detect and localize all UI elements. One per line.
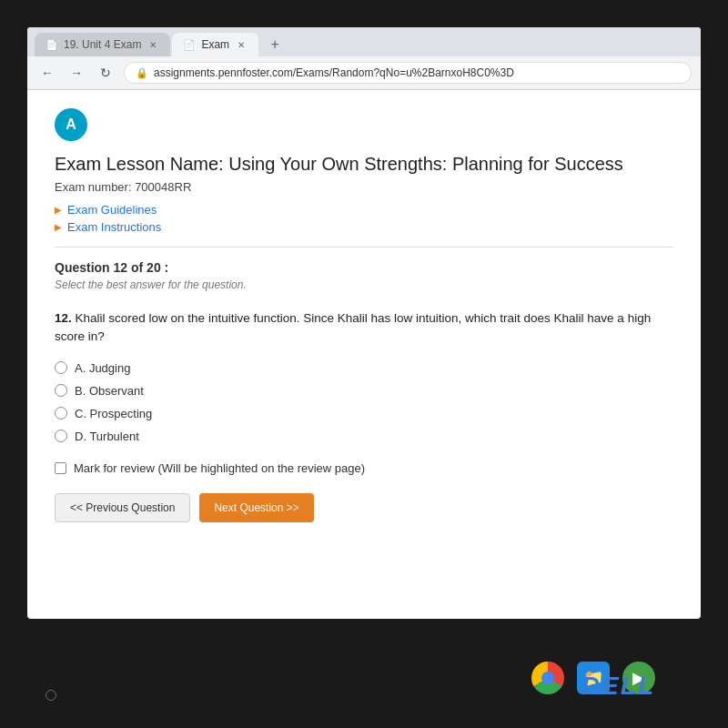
tab-bar: 📄 19. Unit 4 Exam ✕ 📄 Exam ✕ + — [27, 27, 701, 56]
mark-review-checkbox[interactable] — [55, 462, 66, 474]
divider — [55, 247, 673, 248]
chrome-center — [541, 672, 554, 684]
option-b-label: B. Observant — [75, 384, 144, 398]
option-a-label: A. Judging — [75, 361, 130, 375]
question-counter: Question 12 of 20 : — [55, 260, 673, 275]
option-d-label: D. Turbulent — [75, 430, 139, 443]
reload-button[interactable]: ↻ — [95, 62, 116, 84]
url-text: assignments.pennfoster.com/Exams/Random?… — [154, 66, 514, 79]
chrome-taskbar-icon[interactable] — [531, 662, 564, 694]
next-question-button[interactable]: Next Question >> — [199, 493, 313, 522]
forward-button[interactable]: → — [66, 62, 87, 84]
option-d[interactable]: D. Turbulent — [55, 430, 673, 443]
option-c-label: C. Prospecting — [75, 407, 152, 420]
radio-a[interactable] — [55, 361, 67, 374]
address-bar[interactable]: 🔒 assignments.pennfoster.com/Exams/Rando… — [124, 62, 692, 84]
lock-icon: 🔒 — [136, 67, 148, 79]
arrow-icon: ▶ — [55, 205, 62, 215]
exam-instructions-link[interactable]: ▶ Exam Instructions — [55, 220, 673, 234]
question-number: 12. — [55, 311, 72, 325]
question-body: Khalil scored low on the intuitive funct… — [55, 311, 651, 343]
navigation-buttons: << Previous Question Next Question >> — [55, 493, 673, 522]
arrow-icon-2: ▶ — [55, 222, 62, 232]
radio-c[interactable] — [55, 407, 67, 420]
tab2-close[interactable]: ✕ — [235, 38, 248, 51]
new-tab-button[interactable]: + — [264, 34, 286, 56]
exam-guidelines-label: Exam Guidelines — [67, 203, 157, 217]
mark-for-review[interactable]: Mark for review (Will be highlighted on … — [55, 461, 673, 475]
radio-d[interactable] — [55, 430, 67, 442]
power-indicator — [46, 690, 56, 701]
mark-review-label: Mark for review (Will be highlighted on … — [74, 461, 365, 475]
radio-b[interactable] — [55, 384, 67, 397]
exam-instructions-label: Exam Instructions — [67, 220, 161, 234]
pennfoster-logo: A — [55, 108, 87, 141]
browser-chrome: 📄 19. Unit 4 Exam ✕ 📄 Exam ✕ + ← → ↻ — [27, 27, 701, 90]
browser-window: 📄 19. Unit 4 Exam ✕ 📄 Exam ✕ + ← → ↻ — [27, 27, 701, 619]
tab1-label: 19. Unit 4 Exam — [64, 38, 141, 51]
tab-exam[interactable]: 📄 Exam ✕ — [172, 33, 258, 56]
question-instruction: Select the best answer for the question. — [55, 278, 673, 291]
dell-logo: DELL — [581, 672, 655, 701]
address-bar-row: ← → ↻ 🔒 assignments.pennfoster.com/Exams… — [27, 56, 701, 89]
prev-question-button[interactable]: << Previous Question — [55, 493, 190, 522]
option-a[interactable]: A. Judging — [55, 361, 673, 375]
tab-unit4-exam[interactable]: 📄 19. Unit 4 Exam ✕ — [35, 33, 170, 56]
exam-number: Exam number: 700048RR — [55, 180, 673, 194]
exam-title: Exam Lesson Name: Using Your Own Strengt… — [55, 154, 673, 175]
option-b[interactable]: B. Observant — [55, 384, 673, 398]
back-button[interactable]: ← — [36, 62, 58, 84]
tab2-label: Exam — [201, 38, 229, 51]
question-text: 12. Khalil scored low on the intuitive f… — [55, 309, 673, 347]
option-c[interactable]: C. Prospecting — [55, 407, 673, 420]
exam-guidelines-link[interactable]: ▶ Exam Guidelines — [55, 203, 673, 217]
page-content: A Exam Lesson Name: Using Your Own Stren… — [27, 90, 701, 609]
tab1-close[interactable]: ✕ — [147, 38, 159, 51]
